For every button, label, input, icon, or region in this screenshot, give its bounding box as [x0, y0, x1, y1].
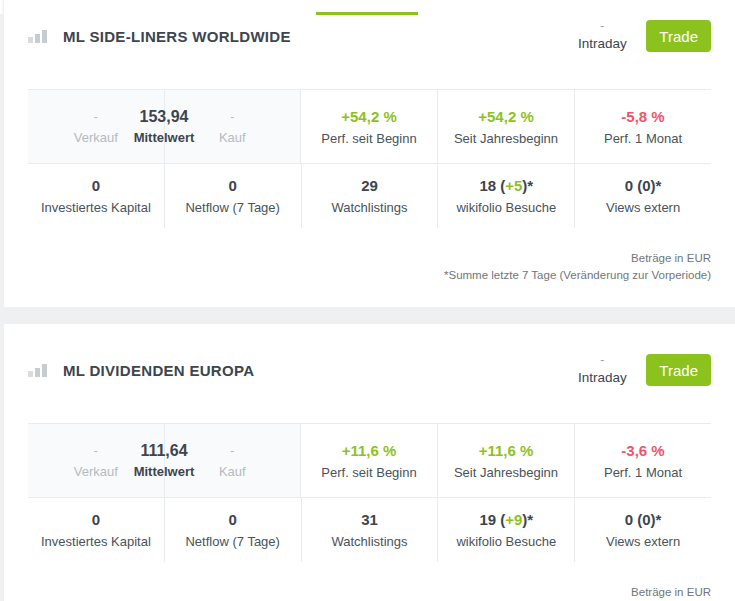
stat-views-extern: 0 (0)* Views extern	[574, 498, 711, 562]
footnote-currency: Beträge in EUR	[28, 250, 711, 267]
card-gap	[0, 307, 735, 324]
intraday-label: Intraday	[574, 369, 630, 387]
quote-group: - Verkauf - Kauf 153,94 Mittelwert	[28, 90, 300, 163]
value-part: )*	[522, 177, 533, 194]
value-part: 18 (	[479, 177, 505, 194]
stat-value: 31	[361, 511, 378, 529]
value-highlight: +9	[505, 511, 522, 528]
stat-label: Views extern	[606, 534, 680, 549]
quote-group: - Verkauf - Kauf 111,64 Mittelwert	[28, 424, 300, 497]
bar-chart-icon	[28, 363, 50, 377]
stat-perf-since-start: +54,2 % Perf. seit Beginn	[300, 90, 437, 163]
stat-label: Seit Jahresbeginn	[454, 131, 558, 146]
stat-value: -5,8 %	[621, 108, 664, 126]
stat-label: Perf. 1 Monat	[604, 131, 682, 146]
sell-label: Verkauf	[74, 130, 118, 145]
wikifolio-card-1: ML SIDE-LINERS WORLDWIDE - Intraday Trad…	[4, 0, 735, 307]
stat-perf-since-start: +11,6 % Perf. seit Beginn	[300, 424, 437, 497]
intraday-value: -	[574, 19, 630, 33]
stat-value: +11,6 %	[479, 442, 534, 460]
stat-label: wikifolio Besuche	[456, 534, 556, 549]
quote-sell-cell: - Verkauf	[28, 90, 165, 163]
value-part: 19 (	[479, 511, 505, 528]
card-header: ML SIDE-LINERS WORLDWIDE - Intraday Trad…	[28, 0, 711, 52]
trade-button[interactable]: Trade	[646, 354, 711, 386]
header-right: - Intraday Trade	[574, 19, 711, 53]
stat-perf-ytd: +11,6 % Seit Jahresbeginn	[437, 424, 574, 497]
stat-value: +54,2 %	[478, 108, 533, 126]
value-highlight: +5	[505, 177, 522, 194]
stat-value: +54,2 %	[341, 108, 396, 126]
wikifolio-title[interactable]: ML SIDE-LINERS WORLDWIDE	[63, 28, 291, 45]
stat-perf-ytd: +54,2 % Seit Jahresbeginn	[437, 90, 574, 163]
wikifolio-title[interactable]: ML DIVIDENDEN EUROPA	[63, 362, 254, 379]
active-tab-indicator	[316, 12, 418, 15]
sell-value: -	[94, 443, 98, 459]
stat-value: 0	[92, 511, 100, 529]
footnote-asterisk: *Summe letzte 7 Tage (Veränderung zur Vo…	[28, 267, 711, 284]
footnotes: Beträge in EUR *Summe letzte 7 Tage (Ver…	[28, 250, 711, 284]
stat-invested-capital: 0 Investiertes Kapital	[28, 498, 164, 562]
stat-value: 18 (+5)*	[479, 177, 533, 195]
stat-perf-1month: -3,6 % Perf. 1 Monat	[574, 424, 711, 497]
buy-value: -	[230, 109, 234, 125]
stat-label: Perf. 1 Monat	[604, 465, 682, 480]
stats-row-performance: - Verkauf - Kauf 111,64 Mittelwert +11,6…	[28, 423, 711, 498]
stat-label: Watchlistings	[331, 534, 407, 549]
stat-value: 0	[229, 177, 237, 195]
card-header: ML DIVIDENDEN EUROPA - Intraday Trade	[28, 324, 711, 386]
stat-netflow: 0 Netflow (7 Tage)	[164, 164, 301, 228]
stat-watchlistings: 29 Watchlistings	[301, 164, 438, 228]
stat-watchlistings: 31 Watchlistings	[301, 498, 438, 562]
stat-value: -3,6 %	[621, 442, 664, 460]
stat-label: Netflow (7 Tage)	[185, 534, 279, 549]
wikifolio-card-2: ML DIVIDENDEN EUROPA - Intraday Trade - …	[4, 324, 735, 601]
footnote-currency: Beträge in EUR	[28, 584, 711, 601]
buy-label: Kauf	[219, 464, 246, 479]
sell-value: -	[94, 109, 98, 125]
stat-label: Investiertes Kapital	[41, 200, 151, 215]
intraday-quote: - Intraday	[574, 19, 630, 53]
stat-wikifolio-visits: 18 (+5)* wikifolio Besuche	[437, 164, 574, 228]
stats-table: - Verkauf - Kauf 111,64 Mittelwert +11,6…	[28, 423, 711, 562]
stat-label: Views extern	[606, 200, 680, 215]
stat-label: Investiertes Kapital	[41, 534, 151, 549]
stats-table: - Verkauf - Kauf 153,94 Mittelwert +54,2…	[28, 89, 711, 228]
stat-label: wikifolio Besuche	[456, 200, 556, 215]
stat-views-extern: 0 (0)* Views extern	[574, 164, 711, 228]
stat-wikifolio-visits: 19 (+9)* wikifolio Besuche	[437, 498, 574, 562]
stats-row-performance: - Verkauf - Kauf 153,94 Mittelwert +54,2…	[28, 89, 711, 164]
stat-label: Watchlistings	[331, 200, 407, 215]
stat-label: Seit Jahresbeginn	[454, 465, 558, 480]
quote-buy-cell: - Kauf	[165, 90, 301, 163]
stat-invested-capital: 0 Investiertes Kapital	[28, 164, 164, 228]
stat-label: Perf. seit Beginn	[321, 465, 416, 480]
stat-value: +11,6 %	[342, 442, 397, 460]
stat-value: 0	[92, 177, 100, 195]
stat-label: Netflow (7 Tage)	[185, 200, 279, 215]
footnotes: Beträge in EUR	[28, 584, 711, 601]
quote-sell-cell: - Verkauf	[28, 424, 165, 497]
header-right: - Intraday Trade	[574, 353, 711, 387]
buy-value: -	[230, 443, 234, 459]
quote-buy-cell: - Kauf	[165, 424, 301, 497]
buy-label: Kauf	[219, 130, 246, 145]
stat-value: 29	[361, 177, 378, 195]
stat-value: 0	[229, 511, 237, 529]
stat-value: 19 (+9)*	[479, 511, 533, 529]
trade-button[interactable]: Trade	[646, 20, 711, 52]
intraday-value: -	[574, 353, 630, 367]
intraday-quote: - Intraday	[574, 353, 630, 387]
stat-value: 0 (0)*	[625, 511, 662, 529]
stats-row-activity: 0 Investiertes Kapital 0 Netflow (7 Tage…	[28, 164, 711, 228]
stat-value: 0 (0)*	[625, 177, 662, 195]
stats-row-activity: 0 Investiertes Kapital 0 Netflow (7 Tage…	[28, 498, 711, 562]
stat-label: Perf. seit Beginn	[321, 131, 416, 146]
value-part: )*	[522, 511, 533, 528]
stat-netflow: 0 Netflow (7 Tage)	[164, 498, 301, 562]
stat-perf-1month: -5,8 % Perf. 1 Monat	[574, 90, 711, 163]
intraday-label: Intraday	[574, 35, 630, 53]
bar-chart-icon	[28, 29, 50, 43]
sell-label: Verkauf	[74, 464, 118, 479]
